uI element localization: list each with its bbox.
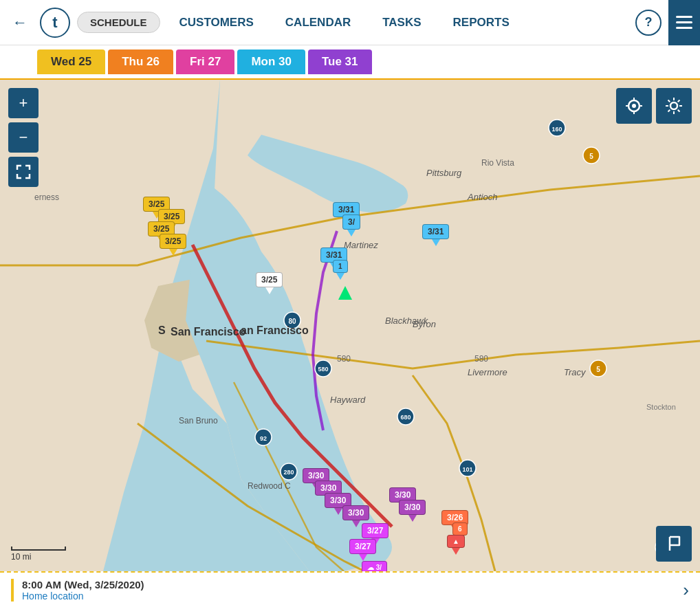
svg-point-49	[670, 102, 677, 109]
flag-button[interactable]	[656, 526, 692, 562]
locate-button[interactable]	[616, 88, 652, 124]
svg-text:Redwood C: Redwood C	[248, 481, 291, 491]
date-tab-tue31[interactable]: Tue 31	[308, 49, 372, 74]
info-bar: 8:00 AM (Wed, 3/25/2020) Home location ›	[0, 571, 700, 607]
header: ← t SCHEDULE CUSTOMERS CALENDAR TASKS RE…	[0, 0, 700, 45]
date-tab-wed25[interactable]: Wed 25	[37, 49, 105, 74]
svg-text:Martinez: Martinez	[344, 240, 378, 250]
marker-green[interactable]	[338, 286, 352, 300]
back-button[interactable]: ←	[7, 11, 33, 34]
svg-text:101: 101	[462, 466, 472, 473]
svg-text:erness: erness	[34, 192, 59, 202]
logo: t	[40, 8, 70, 38]
map[interactable]: 80 580 680 280 5 5 5 160 101 92 Antioch …	[0, 80, 700, 571]
svg-text:680: 680	[400, 414, 411, 421]
scale-bar: 10 mi	[11, 547, 66, 562]
svg-text:280: 280	[283, 469, 294, 476]
marker-3-27-c[interactable]: ☁ 3/	[362, 561, 387, 571]
map-controls-right	[616, 88, 692, 124]
nav-calendar[interactable]: CALENDAR	[273, 16, 363, 30]
info-location[interactable]: Home location	[22, 591, 683, 602]
marker-3-31-d[interactable]: 1	[333, 260, 348, 280]
svg-text:580: 580	[474, 354, 488, 364]
svg-text:Livermore: Livermore	[468, 367, 507, 377]
svg-text:5: 5	[596, 366, 600, 373]
nav-tasks[interactable]: TASKS	[370, 16, 433, 30]
schedule-button[interactable]: SCHEDULE	[77, 12, 160, 33]
help-button[interactable]: ?	[635, 10, 661, 36]
settings-button[interactable]	[656, 88, 692, 124]
svg-text:San Bruno: San Bruno	[179, 416, 218, 426]
nav-reports[interactable]: REPORTS	[441, 16, 522, 30]
svg-text:92: 92	[260, 435, 267, 442]
svg-text:Blackhawk: Blackhawk	[385, 316, 429, 326]
svg-text:5: 5	[589, 153, 593, 160]
grid-view-button[interactable]	[7, 49, 33, 75]
svg-text:Hayward: Hayward	[330, 395, 366, 405]
scale-label: 10 mi	[11, 552, 31, 562]
info-time: 8:00 AM (Wed, 3/25/2020)	[22, 579, 683, 591]
scale-line	[11, 547, 66, 551]
svg-text:Pittsburg: Pittsburg	[426, 168, 462, 178]
menu-bar-3	[676, 27, 692, 29]
nav-customers[interactable]: CUSTOMERS	[167, 16, 266, 30]
svg-text:Antioch: Antioch	[467, 192, 497, 202]
date-tab-thu26[interactable]: Thu 26	[108, 49, 173, 74]
svg-line-56	[668, 110, 670, 112]
zoom-out-button[interactable]: −	[8, 122, 39, 153]
menu-button[interactable]	[668, 0, 700, 45]
marker-3-25-white[interactable]: 3/25	[256, 272, 283, 294]
marker-3-31-b[interactable]: 3/	[342, 214, 360, 236]
svg-text:Tracy: Tracy	[564, 367, 587, 377]
marker-3-27-b[interactable]: 3/27	[349, 539, 376, 561]
menu-bar-2	[676, 21, 692, 23]
svg-text:San Francisco: San Francisco	[171, 326, 246, 338]
date-tab-mon30[interactable]: Mon 30	[237, 49, 305, 74]
zoom-in-button[interactable]: +	[8, 88, 39, 118]
info-left: 8:00 AM (Wed, 3/25/2020) Home location	[11, 579, 683, 602]
date-bar: Wed 25 Thu 26 Fri 27 Mon 30 Tue 31	[0, 45, 700, 80]
svg-text:580: 580	[337, 354, 351, 364]
expand-button[interactable]	[8, 157, 39, 187]
marker-3-31-e[interactable]: 3/31	[422, 224, 449, 246]
menu-bar-1	[676, 16, 692, 18]
marker-3-30-f[interactable]: 3/30	[399, 500, 426, 522]
svg-line-55	[678, 110, 680, 112]
marker-3-25-d[interactable]: 3/25	[160, 234, 186, 256]
marker-3-26-c[interactable]: ▲	[447, 535, 465, 555]
svg-point-44	[632, 104, 636, 108]
svg-text:580: 580	[318, 366, 328, 373]
svg-text:160: 160	[551, 126, 562, 133]
svg-text:Rio Vista: Rio Vista	[481, 158, 514, 168]
svg-text:Stockton: Stockton	[646, 403, 676, 411]
date-tab-fri27[interactable]: Fri 27	[176, 49, 234, 74]
next-button[interactable]: ›	[683, 580, 689, 601]
svg-line-54	[668, 100, 670, 102]
map-controls-left: + −	[8, 88, 39, 187]
svg-line-57	[678, 100, 680, 102]
